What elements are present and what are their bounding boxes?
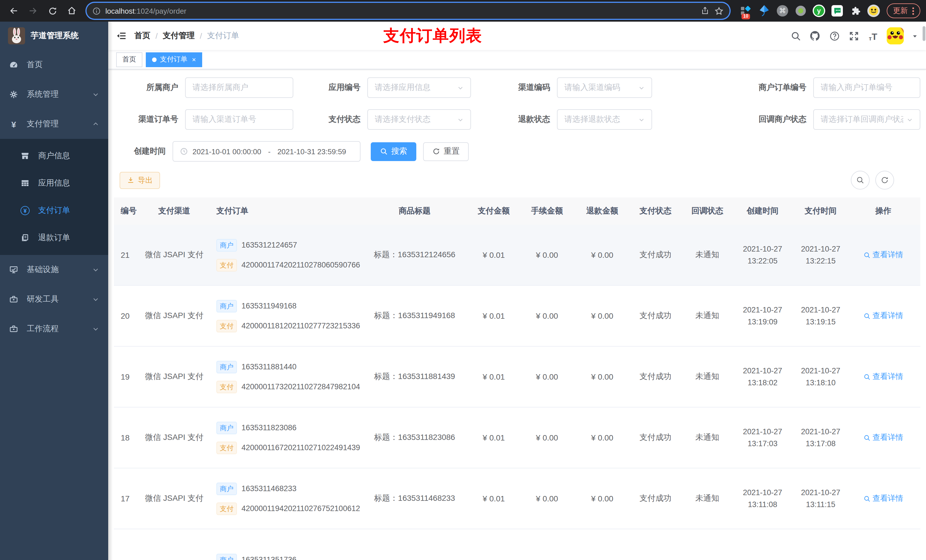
sidebar-item-payment[interactable]: ¥ 支付管理 [0, 109, 108, 139]
sidebar-item-dev-tools[interactable]: 研发工具 [0, 285, 108, 314]
merchant-tag: 商户 [216, 361, 237, 373]
view-detail-link[interactable]: 查看详情 [863, 494, 903, 504]
extension-record-icon[interactable] [794, 5, 807, 17]
view-detail-link[interactable]: 查看详情 [863, 371, 903, 382]
help-icon[interactable] [829, 30, 840, 42]
callback-status-select[interactable]: 请选择订单回调商户状态 [813, 109, 920, 130]
close-tab-icon[interactable]: × [192, 56, 196, 63]
cell-create-time: 2021-10-27 13:17:03 [734, 408, 791, 468]
cell-title: 标题：1635311823086 [361, 408, 468, 468]
filter-label: 退款状态 [471, 115, 557, 125]
briefcase-icon [9, 325, 18, 334]
refund-status-select[interactable]: 请选择退款状态 [557, 109, 652, 130]
reset-button-label: 重置 [443, 146, 460, 157]
view-detail-link[interactable]: 查看详情 [863, 433, 903, 443]
chevron-down-icon [92, 326, 99, 332]
site-info-icon[interactable] [92, 6, 101, 15]
share-icon[interactable] [701, 6, 710, 15]
create-time-range-picker[interactable]: 2021-10-01 00:00:00 - 2021-10-31 23:59:5… [172, 141, 360, 162]
fullscreen-icon[interactable] [848, 30, 859, 42]
browser-toolbar: localhost:1024/pay/order 10 ⌘ [0, 0, 926, 22]
sidebar-item-app-info[interactable]: 应用信息 [0, 170, 108, 197]
url-bar[interactable]: localhost:1024/pay/order [86, 3, 729, 19]
placeholder: 请输入渠道订单号 [192, 115, 286, 125]
merchant-tag: 商户 [216, 482, 237, 495]
forward-icon[interactable] [25, 3, 41, 19]
tags-view-bar: 首页 支付订单 × [108, 50, 926, 69]
extension-command-icon[interactable]: ⌘ [776, 5, 789, 17]
cell-pay-order: 商户 1635311823086 支付 42000011672021102710… [209, 408, 361, 468]
breadcrumb-home[interactable]: 首页 [135, 31, 150, 41]
cell-notify-status: 未通知 [681, 468, 734, 529]
sidebar-item-label: 首页 [27, 60, 99, 70]
cell-refund-amount: ¥ 0.00 [575, 468, 630, 529]
page-scrollbar-thumb[interactable] [923, 26, 925, 41]
profile-emoji-icon[interactable] [867, 5, 880, 17]
pay-time: 13:22:15 [805, 255, 835, 267]
create-time: 13:11:08 [748, 498, 777, 510]
cell-pay-order: 商户 1635311351736 支付 [209, 529, 361, 560]
chevron-down-icon [639, 85, 645, 91]
sidebar-item-pay-order[interactable]: ¥ 支付订单 [0, 197, 108, 224]
tab-home[interactable]: 首页 [116, 52, 142, 67]
font-size-icon[interactable]: тT [867, 30, 879, 42]
github-icon[interactable] [809, 30, 821, 42]
extensions-puzzle-icon[interactable] [849, 5, 862, 17]
merchant-select[interactable]: 请选择所属商户 [185, 77, 293, 98]
reset-button[interactable]: 重置 [423, 142, 469, 161]
back-icon[interactable] [6, 3, 22, 19]
home-icon[interactable] [64, 3, 80, 19]
extension-badge: 10 [741, 14, 750, 20]
cell-action: 查看详情 [850, 225, 917, 285]
breadcrumb-pay-mgmt[interactable]: 支付管理 [163, 31, 195, 41]
channel-code-select[interactable]: 请输入渠道编码 [557, 77, 652, 98]
search-icon[interactable] [790, 30, 801, 42]
sidebar-item-home[interactable]: 首页 [0, 50, 108, 80]
reload-icon[interactable] [44, 3, 61, 19]
refresh-table-button[interactable] [875, 171, 894, 190]
user-avatar[interactable] [887, 27, 904, 44]
tab-pay-order[interactable]: 支付订单 × [146, 52, 202, 67]
app-logo-row[interactable]: 芋道管理系统 [0, 22, 108, 50]
table-body: 21 微信 JSAPI 支付 商户 1635312124657 支付 42000… [114, 225, 920, 560]
create-time: 13:22:05 [747, 255, 777, 267]
cell-pay-channel: 微信 JSAPI 支付 [140, 225, 209, 285]
bookmark-star-icon[interactable] [714, 6, 724, 16]
extension-chat-icon[interactable] [831, 5, 843, 17]
app-no-select[interactable]: 请选择应用信息 [367, 77, 471, 98]
avatar-caret-icon[interactable] [912, 33, 918, 39]
grid-table-icon [21, 179, 30, 188]
sidebar-item-merchant-info[interactable]: 商户信息 [0, 142, 108, 170]
search-button[interactable]: 搜索 [371, 142, 416, 161]
filter-label: 渠道订单号 [114, 115, 185, 125]
cell-notify-status: 未通知 [681, 286, 734, 346]
url-text: localhost:1024/pay/order [105, 6, 186, 15]
sidebar-item-system[interactable]: 系统管理 [0, 80, 108, 109]
extension-y-icon[interactable]: y [813, 5, 825, 17]
cell-fee-amount: ¥ 0.00 [519, 286, 575, 346]
toggle-search-button[interactable] [851, 171, 870, 190]
extension-kite-icon[interactable] [758, 5, 770, 17]
merchant-order-no-input[interactable]: 请输入商户订单编号 [813, 77, 920, 98]
view-detail-link[interactable]: 查看详情 [863, 311, 903, 321]
pay-status-select[interactable]: 请选择支付状态 [367, 109, 471, 130]
merchant-order-no: 1635312124657 [242, 241, 297, 249]
sidebar-item-workflow[interactable]: 工作流程 [0, 314, 108, 344]
placeholder: 请选择所属商户 [192, 83, 286, 93]
cell-pay-order: 商户 1635312124657 支付 42000011742021102780… [209, 225, 361, 285]
channel-order-no-input[interactable]: 请输入渠道订单号 [185, 109, 293, 130]
table-header-row: 编号支付渠道支付订单商品标题支付金额手续金额退款金额支付状态回调状态创建时间支付… [114, 198, 920, 225]
sidebar-fold-icon[interactable] [116, 31, 126, 41]
pay-tag: 支付 [216, 320, 237, 332]
monitor-icon [9, 265, 18, 274]
sidebar-item-infra[interactable]: 基础设施 [0, 255, 108, 285]
column-header-0: 编号 [114, 206, 140, 216]
extension-diamond-icon[interactable]: 10 [740, 5, 752, 17]
sidebar-item-refund-order[interactable]: 退款订单 [0, 224, 108, 252]
browser-menu-icon[interactable] [912, 7, 914, 15]
dashboard-icon [9, 60, 18, 69]
cell-create-time: 2021-10-27 13:11:08 [734, 468, 791, 529]
export-button[interactable]: 导出 [120, 172, 160, 189]
view-detail-link[interactable]: 查看详情 [863, 250, 903, 260]
browser-update-button[interactable]: 更新 [887, 3, 920, 18]
